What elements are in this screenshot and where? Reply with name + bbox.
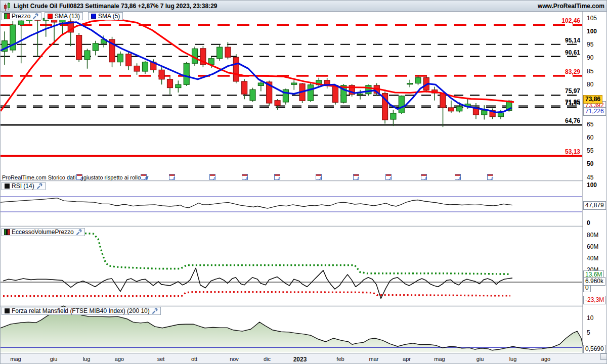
price-level-label: 64,76 <box>565 118 580 124</box>
price-level-label: 53,13 <box>565 149 580 155</box>
month-label: ago <box>115 356 124 362</box>
legend-rsi[interactable]: RSI (14) <box>2 182 46 190</box>
rollover-event-icon[interactable] <box>209 174 215 180</box>
last-price-badge: 73,86 <box>583 95 602 104</box>
mansfield-axis-tick-label: 10 <box>587 315 593 321</box>
month-label: giu <box>476 356 484 362</box>
y-axis-tick-label: 90 <box>587 55 593 61</box>
corner-resize-button[interactable] <box>600 353 607 360</box>
prezzo-candle-icon <box>5 14 10 19</box>
candlestick-window-icon <box>4 2 11 10</box>
rollover-event-icon[interactable] <box>487 174 493 180</box>
volume-axis-tick-label: 40M <box>587 256 598 261</box>
wrench-settings-icon[interactable] <box>76 229 82 235</box>
legend-sma5-label: SMA (5) <box>98 13 120 20</box>
month-label: set <box>157 356 165 362</box>
month-label: mar <box>369 356 379 362</box>
month-label: ott <box>191 356 197 362</box>
legend-volume-label: EccessoVolumePrezzo <box>12 229 74 236</box>
rsi-value-badge: 47,879 <box>583 201 606 210</box>
y-axis-tick-label: 105 <box>587 16 597 21</box>
month-label: apr <box>403 356 411 362</box>
price-level-label: 83,29 <box>565 69 580 75</box>
title-bar: Light Crude Oil Full0823 Settimanale 73,… <box>1 1 607 12</box>
wrench-settings-icon[interactable] <box>32 13 38 19</box>
price-level-label: 95,14 <box>565 37 580 43</box>
sma13-swatch-icon <box>48 14 53 19</box>
month-label: lug <box>509 356 517 362</box>
rollover-event-icon[interactable] <box>353 174 359 180</box>
sma5-swatch-icon <box>91 14 96 19</box>
legend-volume[interactable]: EccessoVolumePrezzo <box>2 228 85 236</box>
legend-sma13[interactable]: SMA (13) <box>45 12 83 20</box>
rollover-event-icon[interactable] <box>242 174 248 180</box>
sma-value-badge: 71,226 <box>583 107 606 116</box>
price-level-label: 75,97 <box>565 88 580 94</box>
rollover-event-icon[interactable] <box>141 174 147 180</box>
mansfield-axis-tick-label: 5 <box>587 330 590 336</box>
volume-axis-tick-label: 60M <box>587 244 598 250</box>
month-label: giu <box>50 356 58 362</box>
legend-prezzo-label: Prezzo <box>12 13 30 20</box>
month-label: 2023 <box>293 356 307 363</box>
rsi-swatch-icon <box>5 184 10 189</box>
rollover-event-icon[interactable] <box>421 174 427 180</box>
y-axis-tick-label: 65 <box>587 122 593 127</box>
prorealtime-window: Light Crude Oil Full0823 Settimanale 73,… <box>0 0 607 364</box>
y-axis-tick-label: 45 <box>587 175 593 180</box>
instrument-title: Light Crude Oil Full0823 Settimanale 73,… <box>14 3 218 10</box>
month-label: dic <box>264 356 271 362</box>
price-level-label: 71,44 <box>565 100 580 106</box>
legend-mansfield[interactable]: Forza relat Mansfield (FTSE MIB40 Index)… <box>2 307 161 315</box>
month-label: lug <box>83 356 91 362</box>
y-axis-tick-label: 50 <box>587 161 593 167</box>
month-label: mag <box>434 356 445 362</box>
price-level-label: 90,61 <box>565 50 580 56</box>
month-label: feb <box>336 356 344 362</box>
month-label: mag <box>10 356 21 362</box>
rollover-footnote: ProRealTime.com Storico dati aggiustato … <box>2 174 148 180</box>
rollover-event-icon[interactable] <box>316 174 322 180</box>
rsi-axis-tick-label: 0 <box>587 220 590 226</box>
y-axis-tick-label: 80 <box>587 82 593 87</box>
month-label: ago <box>541 356 550 362</box>
legend-sma13-label: SMA (13) <box>55 13 80 20</box>
wrench-settings-icon[interactable] <box>152 308 158 314</box>
y-axis-tick-label: 95 <box>587 42 593 48</box>
volume-swatch-icon <box>5 230 10 235</box>
rsi-axis-tick-label: 100 <box>587 183 597 188</box>
legend-sma5[interactable]: SMA (5) <box>88 12 123 20</box>
mansfield-value-badge: 0,5690 <box>583 345 606 353</box>
site-link[interactable]: www.ProRealTime.com <box>538 3 604 10</box>
month-label: nov <box>230 356 239 362</box>
y-axis-tick-label: 55 <box>587 148 593 154</box>
y-axis-tick-label: 60 <box>587 135 593 141</box>
wrench-settings-icon[interactable] <box>36 183 42 189</box>
volume-value-badge: 6.960k <box>583 277 605 286</box>
volume-axis-tick-label: 80M <box>587 233 598 238</box>
rollover-event-icon[interactable] <box>455 174 461 180</box>
legend-rsi-label: RSI (14) <box>12 183 34 190</box>
rollover-event-icon[interactable] <box>385 174 392 180</box>
rollover-event-icon[interactable] <box>274 174 280 180</box>
y-axis-tick-label: 100 <box>587 29 597 34</box>
rollover-event-icon[interactable] <box>76 174 82 180</box>
price-level-label: 102,46 <box>561 18 580 24</box>
y-axis-tick-label: 85 <box>587 69 593 74</box>
mansfield-swatch-icon <box>5 308 10 313</box>
legend-mansfield-label: Forza relat Mansfield (FTSE MIB40 Index)… <box>12 307 150 314</box>
legend-prezzo[interactable]: Prezzo <box>2 12 41 20</box>
rollover-event-icon[interactable] <box>169 174 175 180</box>
volume-value-badge: -23,3M <box>583 296 606 304</box>
